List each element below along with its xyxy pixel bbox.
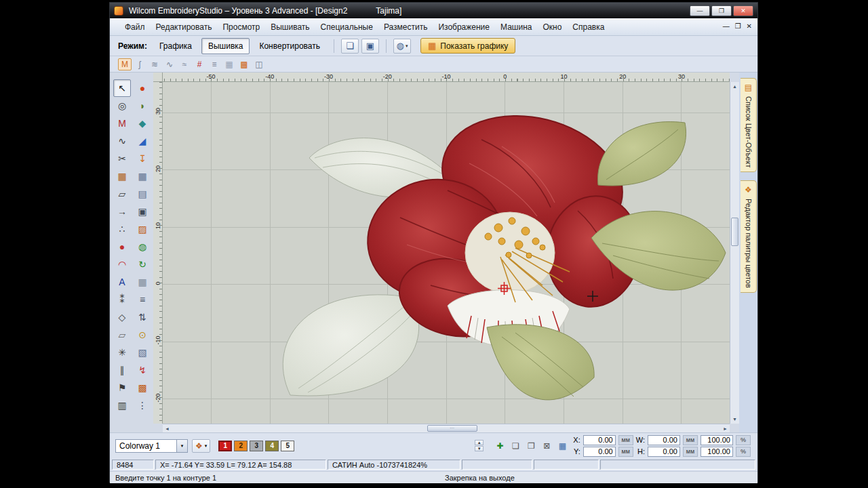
color-swatch[interactable]: 5	[281, 441, 294, 451]
horizontal-scrollbar[interactable]: ◄ ⋯ ►	[163, 424, 730, 432]
menu-item[interactable]: Вышивать	[265, 20, 315, 34]
colorway-select[interactable]: Colorway 1 ▾	[115, 439, 188, 453]
tool-icon[interactable]: ▱	[113, 185, 131, 203]
tool-icon[interactable]: ⚑	[113, 379, 131, 396]
tool-icon[interactable]: ⊙	[134, 326, 151, 344]
mode-graphics-button[interactable]: Графика	[153, 38, 199, 54]
tool-icon[interactable]: ▦	[134, 167, 151, 185]
stitch-type-icon[interactable]: ◫	[252, 58, 266, 70]
tool-icon[interactable]: ▱	[113, 326, 131, 344]
colorway-action-icon[interactable]: ⊠	[540, 440, 553, 452]
tool-icon[interactable]: ▦	[113, 167, 131, 185]
vertical-scrollbar[interactable]: ▲ ▼	[730, 82, 739, 424]
color-swatch[interactable]: 2	[234, 441, 248, 451]
tool-icon[interactable]: ↧	[134, 150, 151, 167]
tool-icon[interactable]: ●	[113, 238, 131, 256]
menu-item[interactable]: Файл	[119, 20, 151, 34]
tool-icon[interactable]: ⇅	[134, 308, 151, 326]
stitch-type-icon[interactable]: ▦	[222, 58, 236, 70]
menu-item[interactable]: Просмотр	[217, 20, 265, 34]
tool-icon[interactable]: ▤	[134, 185, 151, 203]
tool-icon[interactable]: ◗	[134, 97, 151, 115]
menu-item[interactable]: Специальные	[315, 20, 378, 34]
stitch-type-icon[interactable]: ▩	[237, 58, 251, 70]
stitch-type-icon[interactable]: ʃ	[133, 58, 146, 70]
stitch-type-icon[interactable]: #	[193, 58, 206, 70]
maximize-button[interactable]: ❐	[711, 5, 732, 16]
tool-icon[interactable]: ◆	[134, 115, 151, 132]
palette-dropdown-button[interactable]: ❖ ▾	[192, 439, 210, 453]
tool-icon[interactable]: →	[113, 203, 131, 220]
spinner-down-icon[interactable]: ▼	[475, 446, 484, 451]
menu-item[interactable]: Редактировать	[151, 20, 218, 34]
tool-icon[interactable]: ▧	[134, 344, 151, 361]
tool-icon[interactable]: ▨	[134, 220, 151, 238]
tool-icon[interactable]: ▦	[134, 273, 151, 291]
h-field[interactable]: 0.00	[648, 447, 680, 457]
tool-icon[interactable]: ◢	[134, 132, 151, 150]
color-swatch[interactable]: 3	[250, 441, 263, 451]
tool-icon[interactable]: ◍	[134, 238, 151, 256]
colorway-action-icon[interactable]: ❐	[524, 440, 538, 452]
tool-icon[interactable]: ⋮	[134, 396, 151, 414]
scale-h-field[interactable]: 100.00	[701, 447, 733, 457]
color-swatch[interactable]: 4	[265, 441, 279, 451]
menu-item[interactable]: Справка	[567, 20, 610, 34]
scroll-down-icon[interactable]: ▼	[730, 415, 739, 424]
chevron-down-icon[interactable]: ▾	[176, 440, 187, 452]
mode-convert-button[interactable]: Конвертировать	[252, 38, 327, 54]
tool-icon[interactable]: ↯	[134, 361, 151, 379]
vertical-scroll-thumb[interactable]	[731, 218, 738, 246]
colorway-action-icon[interactable]: ❏	[509, 440, 522, 452]
tool-icon[interactable]: ∿	[113, 132, 131, 150]
tool-icon[interactable]: ◠	[113, 256, 131, 273]
title-bar[interactable]: Wilcom EmbroideryStudio – Уровень 3 Adva…	[110, 3, 757, 18]
colorway-action-icon[interactable]: ▦	[555, 440, 569, 452]
stitch-type-icon[interactable]: ≋	[148, 58, 161, 70]
w-field[interactable]: 0.00	[648, 435, 680, 445]
color-swatch[interactable]: 1	[218, 441, 232, 451]
image-button[interactable]: ▣	[361, 39, 379, 54]
panel-tab[interactable]: ▤ Список Цвет-Объект	[741, 78, 757, 172]
stitch-type-icon[interactable]: ≡	[208, 58, 221, 70]
scale-w-field[interactable]: 100.00	[701, 435, 733, 445]
tool-icon[interactable]: ▣	[134, 203, 151, 220]
tool-icon[interactable]: ●	[134, 79, 151, 97]
tool-icon[interactable]: M	[113, 115, 131, 132]
scroll-right-icon[interactable]: ►	[721, 424, 730, 433]
show-graphics-button[interactable]: ▦ Показать графику	[420, 38, 515, 54]
tool-icon[interactable]: ↻	[134, 256, 151, 273]
y-field[interactable]: 0.00	[583, 447, 616, 457]
tool-icon[interactable]: ◇	[113, 308, 131, 326]
close-button[interactable]: ✕	[733, 5, 753, 16]
tool-icon[interactable]: ∴	[113, 220, 131, 238]
menu-item[interactable]: Окно	[537, 20, 567, 34]
tool-icon[interactable]: ▩	[134, 379, 151, 396]
tool-icon[interactable]: ✳	[113, 344, 131, 361]
tool-icon[interactable]: ∥	[113, 361, 131, 379]
colorway-action-icon[interactable]: ✚	[493, 440, 507, 452]
minimize-button[interactable]: —	[690, 5, 710, 16]
tool-icon[interactable]: A	[113, 273, 131, 291]
tool-icon[interactable]: ↖	[113, 79, 131, 97]
stitch-type-icon[interactable]: ∿	[163, 58, 176, 70]
globe-dropdown-button[interactable]: ◍ ▾	[393, 39, 411, 54]
tool-icon[interactable]: ◎	[113, 97, 131, 115]
horizontal-scroll-thumb[interactable]: ⋯	[427, 425, 477, 432]
tool-icon[interactable]: ▥	[113, 396, 131, 414]
menu-item[interactable]: Разместить	[378, 20, 433, 34]
tool-icon[interactable]: ⁑	[113, 291, 131, 308]
hoop-button[interactable]: ❏	[341, 39, 359, 54]
menu-item[interactable]: Машина	[495, 20, 537, 34]
scroll-left-icon[interactable]: ◄	[163, 424, 172, 433]
panel-tab[interactable]: ❖ Редактор палитры цветов	[741, 180, 757, 293]
tool-icon[interactable]: ✂	[113, 150, 131, 167]
stitch-type-icon[interactable]: M	[118, 58, 132, 70]
stitch-type-icon[interactable]: ≈	[178, 58, 191, 70]
design-canvas[interactable]	[163, 82, 730, 424]
mode-embroidery-button[interactable]: Вышивка	[201, 38, 250, 54]
tool-icon[interactable]: ≡	[134, 291, 151, 308]
menu-item[interactable]: Изображение	[433, 20, 495, 34]
spinner-up-icon[interactable]: ▲	[475, 440, 484, 445]
x-field[interactable]: 0.00	[583, 435, 616, 445]
